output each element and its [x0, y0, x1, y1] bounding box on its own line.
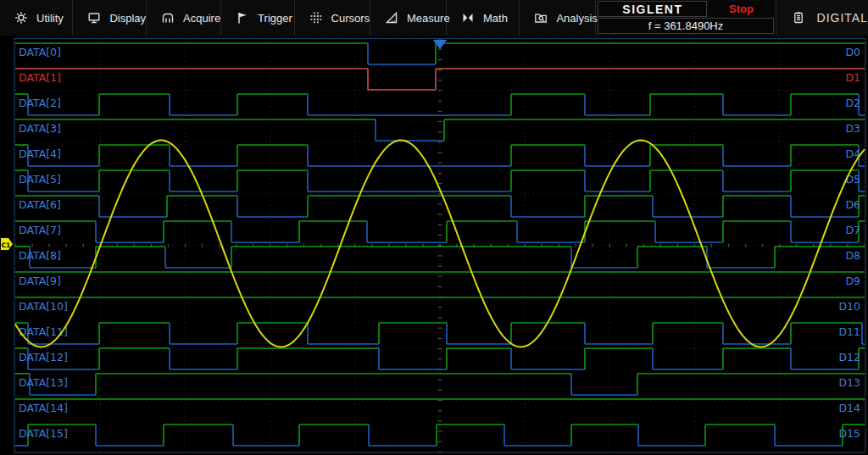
digital-trace-d2 [15, 94, 865, 115]
channel-name-d15[interactable]: DATA[15] [19, 427, 68, 440]
menu-label-acquire: Acquire [183, 12, 220, 25]
clipboard-icon [792, 11, 805, 25]
channel-name-d0[interactable]: DATA[0] [19, 46, 61, 58]
digital-trace-d11 [15, 323, 865, 344]
gear-icon [14, 11, 28, 25]
menu-label-cursors: Cursors [331, 12, 370, 25]
digital-trace-d7 [15, 221, 865, 242]
c1-level-marker-label: C1 [2, 241, 11, 249]
cursors-grid-icon [309, 11, 323, 25]
digital-panel-label: DIGITAL [817, 11, 868, 25]
channel-badge-d3[interactable]: D3 [845, 122, 860, 135]
channel-badge-d2[interactable]: D2 [845, 97, 860, 109]
channel-name-d8[interactable]: DATA[8] [19, 249, 61, 262]
siglent-logo: SIGLENT [598, 1, 707, 17]
menu-label-display: Display [109, 12, 146, 25]
channel-name-d5[interactable]: DATA[5] [19, 173, 61, 186]
digital-trace-d8 [15, 247, 865, 268]
channel-name-d7[interactable]: DATA[7] [19, 224, 61, 236]
channel-badge-d12[interactable]: D12 [838, 351, 860, 363]
channel-badge-d1[interactable]: D1 [845, 71, 860, 84]
flag-icon [236, 11, 249, 25]
folder-search-icon [534, 11, 548, 25]
set-square-icon [385, 11, 398, 25]
menu-item-display[interactable]: Display [73, 0, 147, 36]
channel-badge-d14[interactable]: D14 [838, 402, 860, 414]
digital-trace-d6 [15, 196, 865, 217]
menu-item-utility[interactable]: Utility [0, 0, 73, 36]
channel-badge-d0[interactable]: D0 [845, 46, 860, 58]
menu-label-measure: Measure [407, 12, 450, 25]
channel-badge-d10[interactable]: D10 [838, 300, 860, 313]
menu-item-trigger[interactable]: Trigger [221, 0, 294, 36]
monitor-icon [87, 11, 101, 25]
channel-name-d11[interactable]: DATA[11] [19, 325, 68, 338]
channel-name-d3[interactable]: DATA[3] [19, 122, 61, 135]
menu-item-analysis[interactable]: Analysis [520, 0, 596, 36]
waveform-svg[interactable]: DATA[0]D0DATA[1]D1DATA[2]D2DATA[3]D3DATA… [0, 0, 868, 455]
status-block: SIGLENT Stop f = 361.8490Hz [596, 0, 775, 36]
menu-item-math[interactable]: Math [447, 0, 520, 36]
channel-name-d9[interactable]: DATA[9] [19, 275, 61, 287]
menu-item-cursors[interactable]: Cursors [295, 0, 371, 36]
channel-name-d4[interactable]: DATA[4] [19, 147, 61, 160]
digital-trace-d15 [15, 424, 865, 446]
channel-badge-d9[interactable]: D9 [845, 275, 860, 287]
digital-trace-d13 [15, 374, 865, 395]
menu-label-utility: Utility [36, 12, 64, 25]
trigger-frequency-readout: f = 361.8490Hz [598, 18, 773, 34]
analog-sine-trace-c1 [15, 141, 865, 347]
channel-badge-d6[interactable]: D6 [845, 198, 860, 211]
channel-name-d14[interactable]: DATA[14] [19, 402, 68, 414]
channel-name-d1[interactable]: DATA[1] [19, 71, 61, 84]
menu-label-trigger: Trigger [258, 12, 292, 25]
top-menu-bar: Utility Display Acquire [0, 0, 868, 36]
channel-name-d2[interactable]: DATA[2] [19, 97, 61, 109]
acquire-arch-icon [161, 11, 175, 25]
bowtie-icon [461, 11, 475, 25]
channel-name-d6[interactable]: DATA[6] [19, 198, 61, 211]
menu-label-math: Math [483, 12, 508, 25]
menu-item-measure[interactable]: Measure [370, 0, 447, 36]
digital-trace-d1 [15, 69, 865, 90]
channel-badge-d11[interactable]: D11 [838, 325, 860, 338]
acquisition-status-badge[interactable]: Stop [709, 1, 773, 17]
menu-item-acquire[interactable]: Acquire [147, 0, 221, 36]
digital-panel-button[interactable]: DIGITAL [776, 0, 868, 36]
channel-badge-d8[interactable]: D8 [845, 249, 860, 262]
digital-trace-d3 [15, 119, 865, 141]
menu-label-analysis: Analysis [556, 12, 597, 25]
channel-name-d13[interactable]: DATA[13] [19, 376, 68, 389]
channel-badge-d7[interactable]: D7 [845, 224, 860, 236]
channel-name-d10[interactable]: DATA[10] [19, 300, 68, 313]
oscilloscope-screen: DATA[0]D0DATA[1]D1DATA[2]D2DATA[3]D3DATA… [0, 0, 868, 455]
channel-badge-d15[interactable]: D15 [838, 427, 860, 440]
channel-name-d12[interactable]: DATA[12] [19, 351, 68, 363]
channel-badge-d13[interactable]: D13 [838, 376, 860, 389]
